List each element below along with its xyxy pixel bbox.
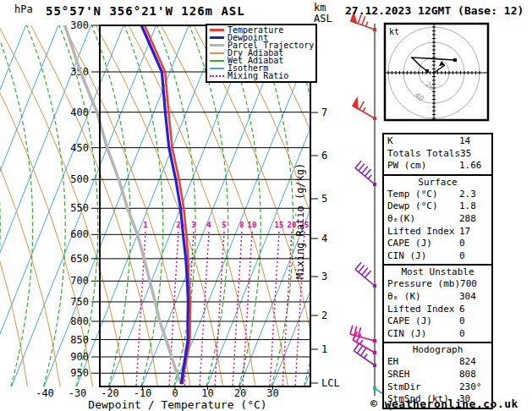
isotherm-line bbox=[0, 25, 58, 386]
legend-swatch-dry-adiabat bbox=[210, 52, 224, 54]
panel-row-value: 0 bbox=[459, 250, 488, 263]
panel-row: Dewp (°C)1.8 bbox=[387, 200, 488, 213]
panel-section-most-unstable: Most UnstablePressure (mb)700θₑ (K)304Li… bbox=[382, 264, 493, 343]
panel-row: CIN (J)0 bbox=[387, 328, 488, 341]
barb-lines bbox=[355, 161, 375, 184]
isotherm-line bbox=[0, 25, 26, 386]
temp-tick-label: -40 bbox=[36, 387, 54, 399]
dry-adiabat-line bbox=[96, 25, 223, 386]
pressure-label: 300 bbox=[70, 19, 89, 31]
panel-row: Temp (°C)2.3 bbox=[387, 189, 488, 201]
km-tick-label: 2 bbox=[321, 310, 327, 321]
wind-barb bbox=[353, 332, 375, 353]
panel-section-title: Hodograph bbox=[387, 344, 488, 356]
temp-tick-label: 30 bbox=[266, 387, 278, 399]
legend-item: Mixing Ratio bbox=[210, 72, 315, 79]
panel-section-title: Surface bbox=[387, 177, 488, 189]
panel-row: CIN (J)0 bbox=[387, 250, 488, 263]
dry-adiabat-line bbox=[31, 25, 158, 386]
panel-row-key: Temp (°C) bbox=[387, 189, 459, 201]
mixing-ratio-line bbox=[282, 232, 292, 386]
km-axis-unit-km: km bbox=[314, 2, 326, 14]
panel-row-key: θₑ (K) bbox=[387, 291, 459, 304]
wet-adiabat-line bbox=[27, 25, 66, 386]
panel-row: EH824 bbox=[387, 356, 488, 369]
km-tick-label: 5 bbox=[321, 193, 327, 205]
pressure-label: 950 bbox=[70, 367, 89, 379]
hodograph-ring-label: 20 bbox=[424, 80, 436, 93]
mixing-ratio-label: 3 bbox=[191, 221, 195, 229]
panel-row-value: 6 bbox=[459, 304, 488, 316]
panel-row: CAPE (J)0 bbox=[387, 315, 488, 328]
km-tick-label: 6 bbox=[321, 150, 327, 162]
wind-barb bbox=[355, 262, 375, 286]
panel-row: Lifted Index17 bbox=[387, 226, 488, 238]
panel-row-key: CAPE (J) bbox=[387, 238, 459, 250]
panel-row-key: Lifted Index bbox=[387, 304, 459, 316]
pressure-label: 450 bbox=[70, 142, 89, 154]
panel-row-value: 0 bbox=[459, 238, 488, 250]
mixing-ratio-label: 10 bbox=[248, 221, 257, 229]
mixing-ratio-label: 15 bbox=[275, 221, 284, 229]
panel-row-value: 304 bbox=[459, 291, 488, 304]
pressure-label: 600 bbox=[70, 228, 89, 240]
lcl-label: LCL bbox=[321, 377, 340, 389]
km-tick-label: 4 bbox=[321, 233, 327, 244]
mixing-ratio-label: 1 bbox=[143, 221, 147, 229]
temp-tick-label: 0 bbox=[172, 387, 178, 399]
panel-row: Totals Totals35 bbox=[387, 148, 488, 161]
wet-adiabat-line bbox=[0, 25, 33, 386]
legend-swatch-mixing-ratio bbox=[210, 75, 224, 77]
km-axis-unit-asl: ASL bbox=[314, 13, 332, 25]
panel-row-value: 700 bbox=[460, 278, 489, 291]
panel-row-key: CAPE (J) bbox=[387, 315, 459, 328]
hodograph-unit-label: kt bbox=[389, 27, 399, 36]
pressure-label: 800 bbox=[70, 315, 89, 327]
hodograph-trace-dot bbox=[425, 69, 429, 73]
wet-adiabat-line bbox=[92, 25, 131, 386]
pressure-label: 550 bbox=[70, 202, 89, 214]
panel-row: Lifted Index6 bbox=[387, 304, 488, 316]
panel-row: SREH808 bbox=[387, 369, 488, 381]
temp-axis-title: Dewpoint / Temperature (°C) bbox=[88, 398, 266, 411]
legend-label: Mixing Ratio bbox=[228, 72, 288, 79]
wet-adiabat-line bbox=[124, 25, 163, 386]
isotherm-line bbox=[77, 25, 222, 386]
barb-level-dot bbox=[373, 28, 376, 31]
panel-row-key: SREH bbox=[387, 369, 459, 381]
sounding-chart-page: 3003504004505005506006507007508008509009… bbox=[0, 0, 532, 411]
barb-level-dot bbox=[373, 364, 376, 367]
panel-row-key: Pressure (mb) bbox=[387, 278, 460, 291]
panel-row: PW (cm)1.66 bbox=[387, 160, 488, 173]
pressure-label: 500 bbox=[70, 173, 89, 185]
pressure-label: 700 bbox=[70, 275, 89, 287]
pressure-label: 750 bbox=[70, 296, 89, 308]
panel-row-value: 1.8 bbox=[459, 200, 488, 213]
panel-section-indices: K14Totals Totals35PW (cm)1.66 bbox=[382, 133, 493, 176]
barb-level-dot bbox=[373, 386, 376, 390]
panel-row-value: 2.3 bbox=[459, 189, 488, 201]
legend-swatch-dewpoint bbox=[210, 36, 224, 39]
panel-row: θₑ (K)304 bbox=[387, 291, 488, 304]
temp-tick-label: -10 bbox=[134, 387, 152, 399]
isotherm-line bbox=[44, 25, 189, 386]
mixing-ratio-line bbox=[200, 232, 209, 386]
barb-lines bbox=[355, 262, 375, 286]
mixing-ratio-axis-title: Mixing Ratio (g/kg) bbox=[294, 163, 306, 279]
mixing-ratio-label: 5 bbox=[222, 221, 226, 229]
panel-row-value: 35 bbox=[460, 148, 489, 161]
barb-lines bbox=[353, 332, 375, 353]
pressure-label: 400 bbox=[70, 107, 89, 118]
panel-row-value: 808 bbox=[459, 369, 488, 381]
pressure-label: 900 bbox=[70, 351, 89, 363]
wet-adiabat-line bbox=[320, 25, 359, 386]
pressure-label: 650 bbox=[70, 253, 89, 265]
panel-row-value: 0 bbox=[459, 315, 488, 328]
km-tick-label: 3 bbox=[321, 271, 327, 282]
hodograph-border bbox=[385, 24, 488, 120]
panel-row: θₑ(K)288 bbox=[387, 213, 488, 226]
datetime-label: 27.12.2023 12GMT (Base: 12) bbox=[345, 4, 524, 17]
barb-level-dot bbox=[373, 183, 376, 186]
copyright-footer: © weatheronline.co.uk bbox=[370, 397, 518, 410]
wind-barb bbox=[355, 161, 375, 184]
